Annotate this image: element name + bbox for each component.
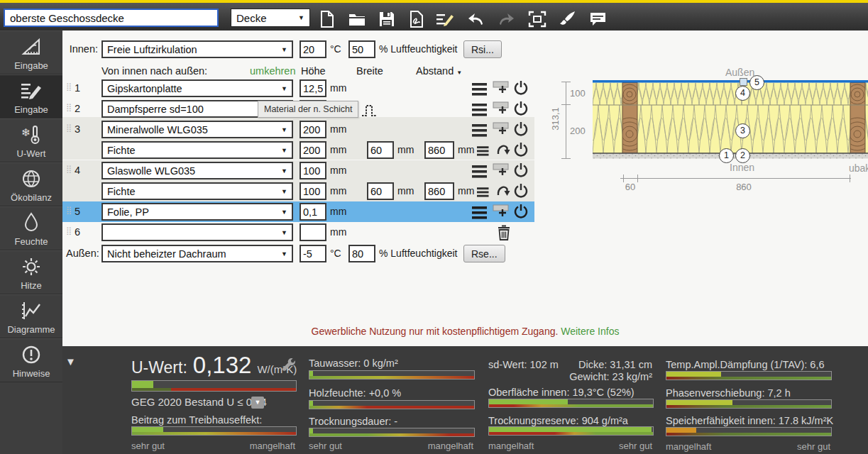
direction-label: Von innen nach außen: bbox=[101, 65, 207, 77]
wrench-icon[interactable] bbox=[281, 358, 297, 374]
rse-button[interactable]: Rse... bbox=[463, 245, 505, 262]
layer-menu-icon[interactable] bbox=[472, 163, 489, 180]
rotate-frame-icon[interactable] bbox=[495, 182, 512, 199]
layer-4-material-select[interactable]: Glaswolle WLG035▼ bbox=[101, 162, 293, 179]
sidebar-item-diagramme[interactable]: Diagramme bbox=[0, 294, 62, 338]
drag-handle-icon[interactable]: ⣿ bbox=[66, 82, 71, 92]
selected-foil-layer[interactable] bbox=[593, 80, 868, 83]
layer-1-thickness-input[interactable] bbox=[300, 79, 326, 97]
col-abstand-dropdown[interactable]: Abstand ▼ bbox=[416, 65, 462, 79]
open-folder-icon[interactable] bbox=[348, 10, 366, 28]
sun-icon bbox=[0, 251, 62, 281]
layer-marker-3[interactable]: 3 bbox=[735, 123, 750, 138]
layer-3-frame-width-input[interactable] bbox=[367, 141, 394, 159]
layer-3-material-select[interactable]: Mineralwolle WLG035▼ bbox=[101, 121, 293, 138]
top-toolbar: Decke ▼ bbox=[0, 0, 868, 31]
layer-3-frame-spacing-input[interactable] bbox=[424, 141, 454, 159]
layer-3-thickness-input[interactable] bbox=[300, 121, 326, 138]
layer-1-material-select[interactable]: Gipskartonplatte▼ bbox=[101, 79, 293, 97]
sidebar-item-label: Hinweise bbox=[0, 369, 62, 379]
layer-3-frame-material-select[interactable]: Fichte▼ bbox=[101, 141, 293, 159]
drag-handle-icon[interactable]: ⣿ bbox=[66, 226, 71, 236]
sidebar-item-uwert[interactable]: ❄ U-Wert bbox=[0, 118, 62, 162]
layer-menu-icon[interactable] bbox=[472, 101, 489, 118]
layer-4-frame-spacing-input[interactable] bbox=[424, 182, 454, 200]
layer-4-frame-thickness-input[interactable] bbox=[300, 182, 326, 200]
weitere-infos-link[interactable]: Weitere Infos bbox=[561, 326, 619, 337]
aussen-temp-input[interactable] bbox=[300, 245, 326, 262]
layer-4-frame-material-select[interactable]: Fichte▼ bbox=[101, 182, 293, 200]
umkehren-link[interactable]: umkehren bbox=[250, 65, 295, 77]
edit-sign-icon[interactable] bbox=[436, 10, 454, 28]
construction-drawing[interactable] bbox=[593, 80, 868, 159]
thickness-unit: mm bbox=[330, 121, 346, 138]
sidebar-item-eingabe-geometry[interactable]: Eingabe bbox=[0, 31, 62, 74]
layer-3-frame-thickness-input[interactable] bbox=[300, 141, 326, 159]
aussen-climate-select[interactable]: Nicht beheizter Dachraum▼ bbox=[101, 245, 293, 262]
sidebar-item-oekobilanz[interactable]: Ökobilanz bbox=[0, 162, 62, 206]
layer-marker-1[interactable]: 1 bbox=[719, 148, 734, 163]
layer-drag-handle-square[interactable] bbox=[740, 78, 747, 86]
add-layer-icon[interactable] bbox=[493, 121, 510, 138]
toggle-layer-icon[interactable] bbox=[512, 162, 529, 179]
layer-6-material-select[interactable]: ▼ bbox=[101, 223, 293, 241]
drag-handle-icon[interactable]: ⣿ bbox=[66, 123, 71, 133]
layer-menu-icon[interactable] bbox=[477, 184, 490, 201]
sidebar-item-hinweise[interactable]: Hinweise bbox=[0, 338, 62, 382]
pdf-export-icon[interactable] bbox=[407, 10, 426, 28]
chevron-down-icon: ▼ bbox=[281, 188, 287, 195]
undo-icon[interactable] bbox=[467, 10, 485, 28]
delete-layer-icon[interactable] bbox=[495, 224, 512, 241]
redo-icon[interactable] bbox=[497, 10, 515, 28]
chevron-down-icon: ▼ bbox=[281, 209, 287, 216]
drag-handle-icon[interactable]: ⣿ bbox=[66, 103, 71, 112]
drag-handle-icon[interactable]: ⣿ bbox=[66, 165, 71, 174]
new-file-icon[interactable] bbox=[318, 10, 336, 28]
layer-4-thickness-input[interactable] bbox=[300, 162, 326, 179]
rsi-button[interactable]: Rsi... bbox=[463, 40, 502, 58]
add-layer-icon[interactable] bbox=[493, 100, 510, 117]
toggle-layer-icon[interactable] bbox=[512, 121, 529, 138]
fullscreen-icon[interactable] bbox=[528, 10, 546, 28]
layer-menu-icon[interactable] bbox=[472, 81, 489, 98]
rotate-frame-icon[interactable] bbox=[495, 141, 512, 158]
sidebar-item-eingabe-layers[interactable]: Eingabe bbox=[0, 74, 62, 118]
save-icon[interactable] bbox=[378, 10, 396, 28]
layer-5-thickness-input[interactable] bbox=[300, 203, 326, 221]
innen-humidity-input[interactable] bbox=[348, 40, 375, 58]
layer-menu-icon[interactable] bbox=[472, 122, 489, 139]
layer-marker-2[interactable]: 2 bbox=[735, 148, 750, 163]
layer-number: 2 bbox=[75, 100, 80, 118]
dim-200: 200 bbox=[570, 126, 586, 136]
aussen-humidity-input[interactable] bbox=[348, 245, 375, 262]
innen-temp-input[interactable] bbox=[300, 40, 326, 58]
layer-marker-5[interactable]: 5 bbox=[749, 75, 764, 90]
toggle-layer-icon[interactable] bbox=[512, 79, 529, 96]
layer-6-thickness-input[interactable] bbox=[300, 223, 326, 241]
sidebar-item-feuchte[interactable]: Feuchte bbox=[0, 206, 62, 250]
toggle-layer-icon[interactable] bbox=[512, 182, 529, 199]
paintbrush-icon[interactable] bbox=[558, 10, 576, 28]
sidebar-item-hitze[interactable]: Hitze bbox=[0, 250, 62, 294]
comment-icon[interactable] bbox=[589, 10, 608, 28]
project-title-input[interactable] bbox=[4, 9, 219, 27]
geg-select-button[interactable]: ▼ bbox=[251, 397, 264, 409]
layer-marker-4[interactable]: 4 bbox=[735, 86, 750, 101]
layer-menu-icon[interactable] bbox=[477, 143, 490, 160]
add-layer-icon[interactable] bbox=[493, 79, 510, 96]
construction-type-select[interactable]: Decke ▼ bbox=[231, 9, 310, 27]
scale-left: sehr gut bbox=[309, 441, 342, 451]
layer-5-material-select[interactable]: Folie, PP▼ bbox=[101, 203, 293, 221]
add-layer-icon[interactable] bbox=[493, 203, 510, 220]
scale-labels: mangelhaft sehr gut bbox=[666, 441, 830, 452]
toggle-layer-icon[interactable] bbox=[512, 100, 529, 117]
drag-handle-icon[interactable]: ⣿ bbox=[66, 206, 71, 215]
profile-shape-icon bbox=[361, 101, 378, 118]
layer-4-frame-width-input[interactable] bbox=[367, 182, 394, 200]
toggle-layer-icon[interactable] bbox=[512, 203, 529, 220]
innen-climate-select[interactable]: Freie Luftzirkulation▼ bbox=[101, 40, 293, 58]
layer-menu-icon[interactable] bbox=[472, 204, 489, 221]
collapse-panel-icon[interactable]: ▼ bbox=[65, 355, 76, 367]
add-layer-icon[interactable] bbox=[493, 162, 510, 179]
toggle-layer-icon[interactable] bbox=[512, 141, 529, 158]
